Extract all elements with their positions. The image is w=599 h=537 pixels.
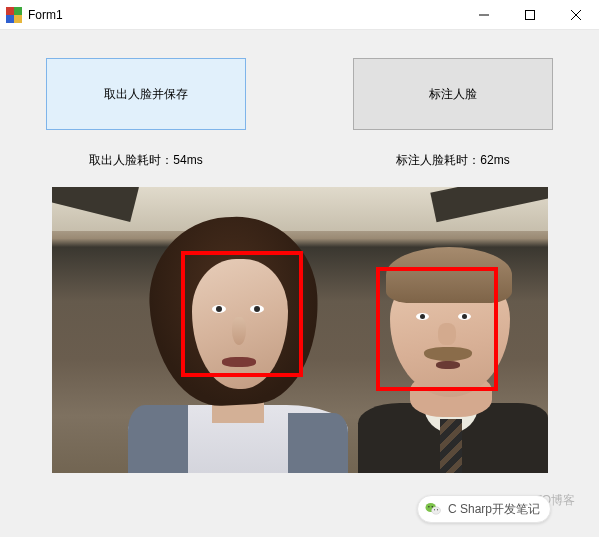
annotate-button[interactable]: 标注人脸 <box>353 58 553 130</box>
face-box-1 <box>181 251 303 377</box>
app-icon <box>6 7 22 23</box>
extract-save-button[interactable]: 取出人脸并保存 <box>46 58 246 130</box>
annotate-time-label: 标注人脸耗时： <box>396 153 480 167</box>
extract-time-value: 54ms <box>173 153 202 167</box>
window-title: Form1 <box>28 8 63 22</box>
window-controls <box>461 0 599 29</box>
status-row: 取出人脸耗时：54ms 标注人脸耗时：62ms <box>46 152 553 169</box>
extract-time-label: 取出人脸耗时： <box>89 153 173 167</box>
wechat-icon <box>424 500 442 518</box>
extract-save-button-label: 取出人脸并保存 <box>104 86 188 103</box>
svg-point-6 <box>428 506 430 508</box>
svg-point-7 <box>431 506 433 508</box>
window-titlebar: Form1 <box>0 0 599 30</box>
svg-rect-1 <box>526 10 535 19</box>
svg-point-5 <box>431 507 440 515</box>
close-button[interactable] <box>553 0 599 29</box>
face-box-2 <box>376 267 498 391</box>
maximize-button[interactable] <box>507 0 553 29</box>
button-row: 取出人脸并保存 标注人脸 <box>46 58 553 130</box>
image-preview <box>52 187 548 473</box>
extract-time-status: 取出人脸耗时：54ms <box>46 152 246 169</box>
minimize-button[interactable] <box>461 0 507 29</box>
maximize-icon <box>525 10 535 20</box>
annotate-button-label: 标注人脸 <box>429 86 477 103</box>
chat-badge[interactable]: C Sharp开发笔记 <box>417 495 551 523</box>
client-area: 取出人脸并保存 标注人脸 取出人脸耗时：54ms 标注人脸耗时：62ms <box>0 30 599 537</box>
minimize-icon <box>479 10 489 20</box>
annotate-time-value: 62ms <box>480 153 509 167</box>
svg-point-9 <box>437 509 438 510</box>
annotate-time-status: 标注人脸耗时：62ms <box>353 152 553 169</box>
svg-point-8 <box>434 509 435 510</box>
close-icon <box>571 10 581 20</box>
chat-badge-label: C Sharp开发笔记 <box>448 501 540 518</box>
